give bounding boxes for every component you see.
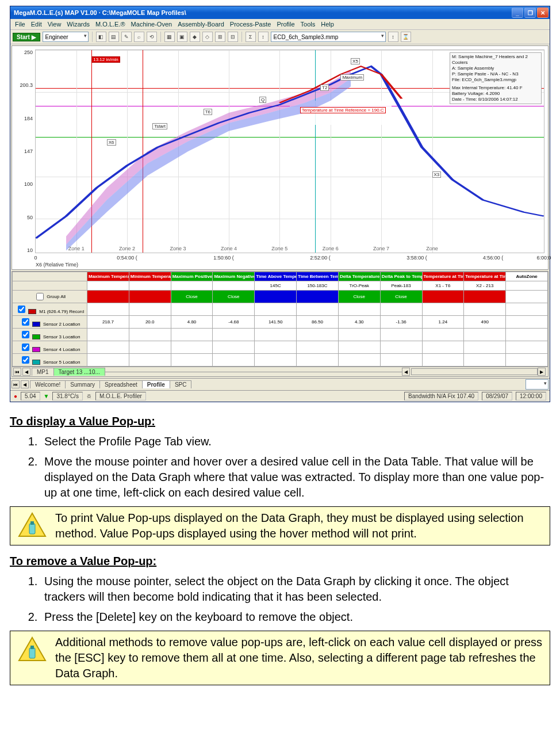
tool-icon[interactable]: ▤ [109,32,119,42]
cell[interactable] [464,354,506,367]
cell[interactable] [422,354,464,367]
start-button[interactable]: Start ▶ [13,33,40,41]
menu-help[interactable]: Help [321,21,334,28]
tool-icon[interactable]: ▣ [177,32,187,42]
cell[interactable] [255,341,297,354]
col-header[interactable]: Minimum Temperature [129,272,171,281]
cell[interactable] [213,354,255,367]
tab-nav-prev[interactable]: ◀ [22,368,30,376]
scroll-right-icon[interactable]: ▶ [538,368,546,376]
tab-spreadsheet[interactable]: Spreadsheet [99,380,143,388]
cell[interactable] [87,341,129,354]
cell[interactable]: -4.68 [213,316,255,329]
cell[interactable] [213,281,255,291]
tool-icon[interactable]: ◧ [96,32,106,42]
menu-wizards[interactable]: Wizards [67,21,90,28]
cell[interactable] [129,341,171,354]
cell[interactable]: X1 - T6 [422,281,464,291]
col-header[interactable]: AutoZone [506,272,548,281]
cell[interactable] [87,329,129,341]
filename-combo[interactable]: ECD_6ch_Sample3.mmp [271,32,386,42]
cell[interactable] [464,341,506,354]
tab-profile[interactable]: Profile [142,380,170,388]
cell[interactable]: 4.80 [171,316,213,329]
cell[interactable]: Close [338,291,380,303]
window-maximize-button[interactable]: ❐ [524,7,536,18]
tab-mp1[interactable]: MP1 [32,368,54,376]
cell[interactable]: Close [213,291,255,303]
data-graph[interactable]: 250 200.3 184 147 100 50 10 [11,45,549,270]
tab-target[interactable]: Target 13 ...10... [53,368,105,376]
cell[interactable] [380,354,422,367]
series-checkbox[interactable] [22,344,29,351]
plot-area[interactable]: 13.12 in/min X6 Tstart T6 Q T2 X5 Maximu… [35,49,544,253]
cell[interactable]: Peak-183 [380,281,422,291]
tool-icon[interactable]: ↕ [388,32,398,42]
tab-spc[interactable]: SPC [170,380,192,388]
col-header[interactable]: Temperature at Time Reference [422,272,464,281]
cell[interactable] [338,329,380,341]
window-close-button[interactable]: ✕ [537,7,549,18]
menu-edit[interactable]: Edit [31,21,42,28]
tool-icon[interactable]: ◆ [190,32,200,42]
cell[interactable] [506,281,548,291]
col-header[interactable]: Maximum Negative Slope [213,272,255,281]
cell[interactable] [255,291,297,303]
col-header[interactable]: Maximum Temperature [87,272,129,281]
menu-machine-oven[interactable]: Machine-Oven [131,21,172,28]
cell[interactable] [338,354,380,367]
cell[interactable] [380,303,422,316]
tool-icon[interactable]: ⟲ [147,32,157,42]
cell[interactable] [87,291,129,303]
legend-cell[interactable]: Sensor 2 Location [13,316,87,329]
tab-nav-first[interactable]: ⏮ [11,380,20,388]
cell[interactable] [506,354,548,367]
tool-icon[interactable]: ⊟ [228,32,238,42]
cell[interactable]: 86.50 [297,316,339,329]
cell[interactable] [464,291,506,303]
cell[interactable] [338,303,380,316]
cell[interactable] [129,291,171,303]
zoom-combo[interactable] [526,379,549,390]
series-checkbox[interactable] [22,318,29,326]
scroll-left-icon[interactable]: ◀ [402,368,410,376]
cell[interactable]: 218.7 [87,316,129,329]
cell[interactable] [506,316,548,329]
col-header[interactable]: Delta Peak to Temperature [380,272,422,281]
cell[interactable]: X2 - 213 [464,281,506,291]
tab-nav-prev[interactable]: ◀ [21,380,29,388]
cell[interactable]: 1.24 [422,316,464,329]
col-header[interactable]: Time Between Temperature [297,272,339,281]
menu-assembly-board[interactable]: Assembly-Board [178,21,224,28]
cell[interactable]: 20.0 [129,316,171,329]
cell[interactable] [297,341,339,354]
cell[interactable] [129,303,171,316]
col-header[interactable]: Time Above Temperature Reference Rising … [255,272,297,281]
tool-icon[interactable]: ✎ [121,32,132,42]
series-checkbox[interactable] [22,356,29,364]
cell[interactable] [297,354,339,367]
cell[interactable] [338,341,380,354]
col-header[interactable]: Maximum Positive Slope [171,272,213,281]
tool-icon[interactable]: ▦ [164,32,175,42]
tool-icon[interactable]: ◇ [202,32,213,42]
cell[interactable] [297,329,339,341]
cell[interactable] [255,303,297,316]
cell[interactable] [506,329,548,341]
series-checkbox[interactable] [22,331,29,338]
cell[interactable]: 150-183C [297,281,339,291]
cell[interactable]: 145C [255,281,297,291]
menu-mole[interactable]: M.O.L.E.® [95,21,125,28]
cell[interactable] [129,329,171,341]
cell[interactable]: 4.30 [338,316,380,329]
cell[interactable]: TrO-Peak [338,281,380,291]
cell[interactable] [422,303,464,316]
cell[interactable] [129,281,171,291]
cell[interactable] [422,291,464,303]
cell[interactable] [422,329,464,341]
cell[interactable]: Close [380,291,422,303]
col-header[interactable]: Temperature at Time Reference [464,272,506,281]
cell[interactable] [129,354,171,367]
window-minimize-button[interactable]: _ [512,7,523,18]
user-combo[interactable]: Engineer [43,32,89,42]
